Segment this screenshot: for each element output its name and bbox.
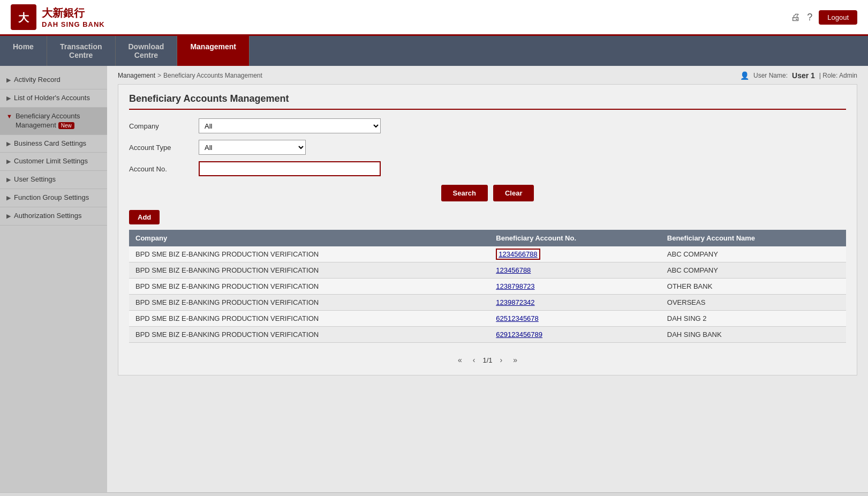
main-container: ▶ Activity Record ▶ List of Holder's Acc… [0,66,868,492]
col-account-no: Beneficiary Account No. [489,230,661,246]
breadcrumb-management[interactable]: Management [118,72,155,79]
top-header: 大 大新銀行 DAH SING BANK 🖨 ? Logout [0,0,868,36]
cell-account-no: 1239872342 [489,295,661,311]
table-row: BPD SME BIZ E-BANKING PRODUCTION VERIFIC… [129,327,846,343]
page-content: Beneficiary Accounts Management Company … [118,84,857,375]
search-button[interactable]: Search [441,185,488,201]
sidebar-item-business-card[interactable]: ▶ Business Card Settings [0,135,107,153]
header-actions: 🖨 ? Logout [791,10,857,25]
user-icon: 👤 [740,71,749,80]
cell-account-name: ABC COMPANY [661,262,846,279]
sidebar: ▶ Activity Record ▶ List of Holder's Acc… [0,66,107,492]
company-row: Company All [129,118,846,133]
cell-company: BPD SME BIZ E-BANKING PRODUCTION VERIFIC… [129,295,489,311]
account-no-row: Account No. [129,161,846,176]
arrow-icon: ▶ [6,77,11,84]
page-info: 1/1 [482,356,492,364]
cell-account-no: 1238798723 [489,279,661,295]
last-page-button[interactable]: » [510,354,520,366]
account-type-row: Account Type All [129,140,846,155]
sidebar-item-activity-record[interactable]: ▶ Activity Record [0,71,107,89]
arrow-icon: ▶ [6,213,11,220]
arrow-icon: ▶ [6,140,11,147]
arrow-icon: ▶ [6,176,11,183]
account-no-link[interactable]: 62512345678 [496,314,539,322]
pagination: « ‹ 1/1 › » [129,354,846,366]
sidebar-label: Beneficiary Accounts ManagementNew [16,112,101,130]
sidebar-label: Authorization Settings [14,212,101,221]
account-type-select[interactable]: All [199,140,306,155]
new-badge: New [58,122,74,129]
breadcrumb-separator: > [157,72,161,79]
account-no-link[interactable]: 1234566788 [496,249,540,260]
sidebar-label: Customer Limit Settings [14,157,101,166]
account-no-link[interactable]: 1238798723 [496,282,534,290]
cell-account-name: DAH SING 2 [661,311,846,327]
breadcrumb-current: Beneficiary Accounts Management [163,72,262,79]
sidebar-label: Business Card Settings [14,139,101,148]
content-area: Management > Beneficiary Accounts Manage… [107,66,868,492]
account-no-input[interactable] [199,161,381,176]
sidebar-label: List of Holder's Accounts [14,94,101,103]
logo-english: DAH SING BANK [42,20,105,28]
breadcrumb: Management > Beneficiary Accounts Manage… [118,72,262,79]
user-info: 👤 User Name: User 1 | Role: Admin [740,71,857,80]
next-page-button[interactable]: › [497,354,506,366]
account-no-label: Account No. [129,165,193,173]
nav-management[interactable]: Management [177,36,250,66]
nav-bar: Home TransactionCentre DownloadCentre Ma… [0,36,868,66]
account-type-label: Account Type [129,144,193,152]
col-company: Company [129,230,489,246]
logo-chinese: 大新銀行 [42,6,105,20]
table-row: BPD SME BIZ E-BANKING PRODUCTION VERIFIC… [129,262,846,279]
cell-account-no: 1234566788 [489,246,661,262]
sidebar-item-customer-limit[interactable]: ▶ Customer Limit Settings [0,153,107,171]
table-row: BPD SME BIZ E-BANKING PRODUCTION VERIFIC… [129,295,846,311]
account-no-link[interactable]: 123456788 [496,266,531,274]
sidebar-label: User Settings [14,175,101,184]
clear-button[interactable]: Clear [493,185,534,201]
cell-account-no: 123456788 [489,262,661,279]
user-role: | Role: Admin [819,72,857,79]
footer: Important Notices | Internet Security | … [0,492,868,496]
add-button-container: Add [129,210,846,230]
cell-account-name: ABC COMPANY [661,246,846,262]
sidebar-label: Activity Record [14,76,101,85]
nav-transaction[interactable]: TransactionCentre [47,36,116,66]
sidebar-item-user-settings[interactable]: ▶ User Settings [0,171,107,189]
table-row: BPD SME BIZ E-BANKING PRODUCTION VERIFIC… [129,246,846,262]
cell-company: BPD SME BIZ E-BANKING PRODUCTION VERIFIC… [129,311,489,327]
print-icon[interactable]: 🖨 [791,12,801,23]
table-row: BPD SME BIZ E-BANKING PRODUCTION VERIFIC… [129,279,846,295]
nav-home[interactable]: Home [0,36,47,66]
user-name: User 1 [792,71,815,80]
sidebar-item-function-group[interactable]: ▶ Function Group Settings [0,189,107,207]
cell-company: BPD SME BIZ E-BANKING PRODUCTION VERIFIC… [129,246,489,262]
company-label: Company [129,122,193,130]
sidebar-item-authorization[interactable]: ▶ Authorization Settings [0,207,107,226]
account-no-link[interactable]: 1239872342 [496,298,534,306]
cell-company: BPD SME BIZ E-BANKING PRODUCTION VERIFIC… [129,262,489,279]
cell-company: BPD SME BIZ E-BANKING PRODUCTION VERIFIC… [129,279,489,295]
arrow-icon-open: ▼ [6,113,12,119]
table-row: BPD SME BIZ E-BANKING PRODUCTION VERIFIC… [129,311,846,327]
sidebar-label: Function Group Settings [14,193,101,202]
add-button[interactable]: Add [129,210,160,224]
col-account-name: Beneficiary Account Name [661,230,846,246]
account-no-link[interactable]: 629123456789 [496,330,542,339]
arrow-icon: ▶ [6,158,11,165]
sidebar-item-beneficiary[interactable]: ▼ Beneficiary Accounts ManagementNew [0,108,107,135]
cell-account-name: OVERSEAS [661,295,846,311]
sidebar-item-holder-accounts[interactable]: ▶ List of Holder's Accounts [0,89,107,108]
arrow-icon: ▶ [6,194,11,201]
company-select[interactable]: All [199,118,381,133]
arrow-icon: ▶ [6,95,11,102]
svg-text:大: 大 [18,12,29,24]
logo-text: 大新銀行 DAH SING BANK [42,6,105,28]
user-label: User Name: [753,72,788,79]
nav-download[interactable]: DownloadCentre [116,36,178,66]
first-page-button[interactable]: « [455,354,465,366]
prev-page-button[interactable]: ‹ [470,354,479,366]
help-icon[interactable]: ? [807,12,812,23]
logout-button[interactable]: Logout [819,10,857,25]
